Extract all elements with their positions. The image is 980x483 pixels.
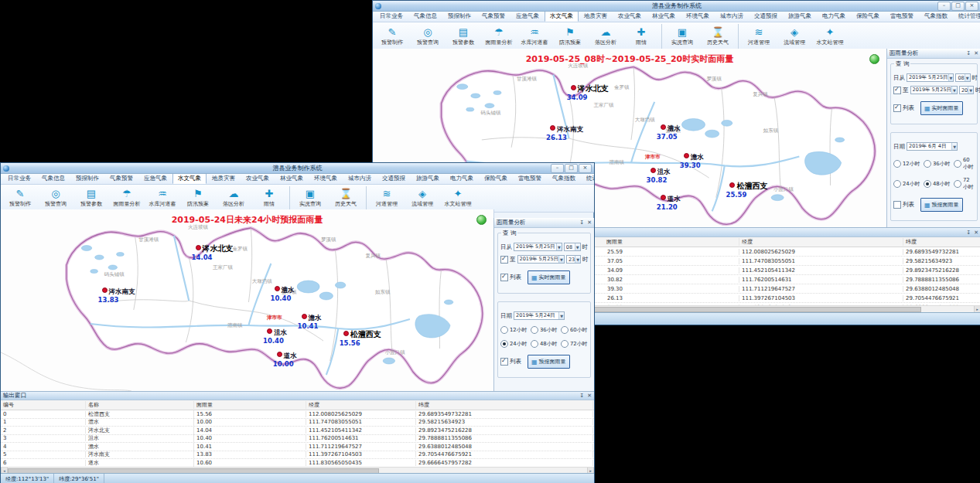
ribbon-tab[interactable]: 气象预警 <box>104 174 138 184</box>
close-icon[interactable]: ✕ <box>974 230 978 236</box>
to-checkbox[interactable] <box>893 87 901 94</box>
ribbon-tab[interactable]: 电力气象 <box>445 174 479 184</box>
ribbon-tab[interactable]: 林业气象 <box>275 174 309 184</box>
titlebar[interactable]: 澧县业务制作系统 – □ × <box>1 163 594 174</box>
toolbar-button[interactable]: ≋ 河道管理 <box>738 24 777 49</box>
duration-radio[interactable]: 48小时 <box>924 177 954 191</box>
realtime-rain-button[interactable]: ▦实时面雨量 <box>920 101 963 115</box>
ribbon-tab[interactable]: 交通预报 <box>749 12 783 22</box>
ribbon-tab[interactable]: 旅游气象 <box>783 12 817 22</box>
duration-radio[interactable]: 60小时 <box>561 326 588 334</box>
toolbar-button[interactable]: ✎ 预警制作 <box>374 24 410 49</box>
ribbon-tab[interactable]: 农业气象 <box>241 174 275 184</box>
ribbon-tab[interactable]: 应急气象 <box>510 12 545 22</box>
minimize-button[interactable]: – <box>937 2 951 11</box>
ribbon-tab[interactable]: 保险气象 <box>851 12 885 22</box>
ribbon-tab[interactable]: 气象信息 <box>408 12 442 22</box>
toolbar-button[interactable]: ⚑ 防汛预案 <box>552 24 588 49</box>
table-row[interactable]: 2 涔水北支 14.04 111.452105411342 29.8923475… <box>1 427 594 435</box>
toolbar-button[interactable]: ⌛ 历史天气 <box>328 186 364 211</box>
ribbon-tab[interactable]: 保险气象 <box>479 174 513 184</box>
ribbon-tab[interactable]: 统计管理 <box>953 12 980 22</box>
ribbon-tab[interactable]: 环境气象 <box>309 174 343 184</box>
ribbon-tab[interactable]: 气象预警 <box>476 12 510 22</box>
to-date-select[interactable]: 2019年 5月25日▼ <box>910 86 958 94</box>
column-header[interactable]: 纬度 <box>903 238 980 246</box>
ribbon-tab[interactable]: 气象指数 <box>919 12 953 22</box>
duration-radio[interactable]: 24小时 <box>893 177 924 191</box>
forecast-date-select[interactable]: 2019年 6月 4日▼ <box>907 142 958 151</box>
list-checkbox[interactable] <box>500 274 508 281</box>
toolbar-button[interactable]: ◎ 预警查询 <box>38 186 73 211</box>
from-date-select[interactable]: 2019年 5月25日▼ <box>907 73 954 82</box>
to-hour-select[interactable]: 23▼ <box>566 255 581 264</box>
ribbon-tab[interactable]: 城市内涝 <box>715 12 749 22</box>
toolbar-button[interactable]: ✚ 雨情 <box>251 186 287 211</box>
column-header[interactable]: 面雨量 <box>194 401 306 409</box>
list2-checkbox[interactable] <box>500 358 508 366</box>
ribbon-tab[interactable]: 雷电预警 <box>885 12 919 22</box>
column-header[interactable]: 经度 <box>306 401 416 409</box>
duration-radio[interactable]: 72小时 <box>561 340 588 348</box>
toolbar-button[interactable]: ▤ 预警参数 <box>73 186 109 211</box>
map-locate-button[interactable] <box>476 215 487 225</box>
table-row[interactable]: 0 松澧西支 15.56 112.008025625029 29.6893549… <box>1 410 594 419</box>
pin-icon[interactable]: ↧ <box>966 50 971 56</box>
column-header[interactable]: 经度 <box>739 238 903 246</box>
panel-header[interactable]: 面雨量分析 ↧ ✕ <box>887 49 980 59</box>
ribbon-tab[interactable]: 地质灾害 <box>207 174 241 184</box>
ribbon-tab[interactable]: 气象指数 <box>547 174 581 184</box>
toolbar-button[interactable]: ⌛ 历史天气 <box>700 24 736 49</box>
close-button[interactable]: × <box>965 2 978 11</box>
restore-button[interactable]: □ <box>565 164 578 173</box>
map-locate-button[interactable] <box>869 54 879 64</box>
duration-radio[interactable]: 12小时 <box>893 157 924 171</box>
table-row[interactable]: 4 澹水 10.41 111.711219647527 29.638801248… <box>1 443 594 451</box>
from-date-select[interactable]: 2019年 5月25日▼ <box>514 243 562 251</box>
ribbon-tab[interactable]: 日常业务 <box>2 174 36 184</box>
table-row[interactable]: 5 涔水南支 13.83 111.397267104503 29.7054476… <box>1 451 594 460</box>
to-checkbox[interactable] <box>500 256 508 264</box>
list-checkbox[interactable] <box>893 104 901 112</box>
column-header[interactable]: 名称 <box>86 401 194 409</box>
pin-icon[interactable]: ↧ <box>966 230 971 236</box>
dock-header[interactable]: 输出窗口 ↧ ✕ <box>1 392 594 400</box>
to-hour-select[interactable]: 20▼ <box>959 86 974 94</box>
ribbon-tab[interactable]: 统计管理 <box>581 174 594 184</box>
from-hour-select[interactable]: 08▼ <box>564 243 581 251</box>
toolbar-button[interactable]: ✦ 水文站管理 <box>440 186 476 211</box>
ribbon-tab[interactable]: 气象信息 <box>36 174 70 184</box>
column-header[interactable]: 编号 <box>1 401 86 409</box>
table-row[interactable]: 1 澧水 10.00 111.747083055051 29.582156349… <box>1 419 594 427</box>
ribbon-tab[interactable]: 交通预报 <box>377 174 411 184</box>
table-row[interactable]: 3 沮水 10.40 111.76200514631 29.7888811355… <box>1 435 594 444</box>
map-forecast[interactable]: 2019-05-24日未来24小时预报面雨量 甘溪滩镇火连坡镇码头铺镇王家厂镇大… <box>1 209 494 391</box>
toolbar-button[interactable]: ♒ 水库河道蓄 <box>145 186 180 211</box>
duration-radio[interactable]: 60小时 <box>954 157 975 171</box>
ribbon-tab[interactable]: 预报制作 <box>70 174 104 184</box>
toolbar-button[interactable]: ☁ 落区分析 <box>216 186 251 211</box>
from-hour-select[interactable]: 08▼ <box>955 73 970 82</box>
toolbar-button[interactable]: ≋ 河道管理 <box>366 186 405 211</box>
forecast-rain-button[interactable]: ▦预报面雨量 <box>528 355 570 369</box>
ribbon-tab[interactable]: 环境气象 <box>681 12 715 22</box>
forecast-rain-button[interactable]: ▦预报面雨量 <box>920 198 963 212</box>
toolbar-button[interactable]: ⚑ 防汛预案 <box>180 186 216 211</box>
ribbon-tab[interactable]: 日常业务 <box>374 12 408 22</box>
duration-radio[interactable]: 48小时 <box>531 340 561 348</box>
toolbar-button[interactable]: ✚ 雨情 <box>623 24 659 49</box>
table-row[interactable]: 6 道水 10.60 111.830565050435 29.666645795… <box>1 459 594 468</box>
duration-radio[interactable]: 24小时 <box>500 340 531 348</box>
toolbar-button[interactable]: ☁ 落区分析 <box>588 24 623 49</box>
toolbar-button[interactable]: ▣ 实况查询 <box>661 24 700 49</box>
panel-header[interactable]: 面雨量分析 ↧ ✕ <box>494 218 594 228</box>
close-icon[interactable]: ✕ <box>587 393 592 399</box>
duration-radio[interactable]: 12小时 <box>500 326 531 334</box>
toolbar-button[interactable]: ✦ 水文站管理 <box>812 24 848 49</box>
toolbar-button[interactable]: ☂ 面雨量分析 <box>481 24 517 49</box>
restore-button[interactable]: □ <box>951 2 965 11</box>
ribbon-tab[interactable]: 农业气象 <box>613 12 647 22</box>
toolbar-button[interactable]: ♒ 水库河道蓄 <box>517 24 552 49</box>
ribbon-tab[interactable]: 电力气象 <box>817 12 851 22</box>
toolbar-button[interactable]: ◈ 流域管理 <box>405 186 440 211</box>
